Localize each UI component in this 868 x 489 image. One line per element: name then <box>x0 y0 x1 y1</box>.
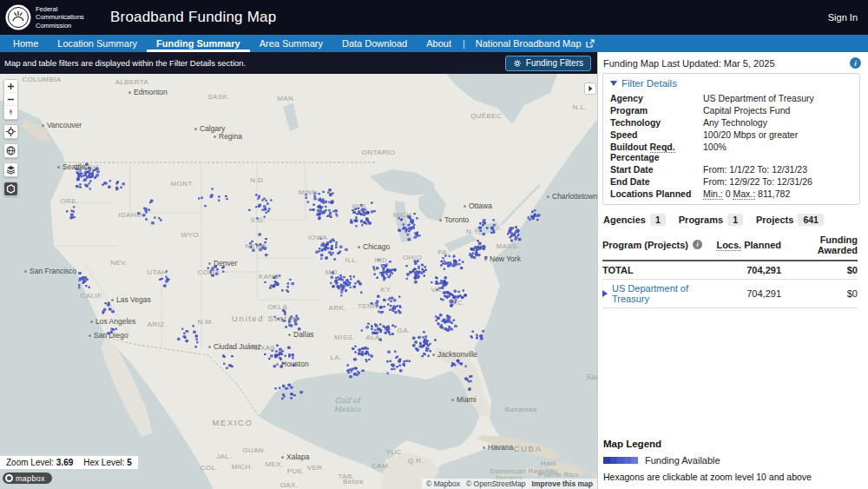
info-icon[interactable]: i <box>693 240 702 249</box>
map-geography <box>0 74 597 489</box>
filter-details-box: Filter Details AgencyUS Department of Tr… <box>602 73 860 205</box>
mapbox-logo-icon <box>5 474 13 482</box>
nav-item-data-download[interactable]: Data Download <box>332 35 417 52</box>
filter-value: US Department of Treasury <box>703 93 852 103</box>
geolocate-icon <box>6 127 16 136</box>
table-body: TOTAL704,291$0US Department of Treasury7… <box>602 261 858 308</box>
table-header-row: Program (Projects) i Locs. Planned Fundi… <box>602 232 858 261</box>
nav-item-area-summary[interactable]: Area Summary <box>250 35 332 52</box>
count-label: Programs <box>679 215 723 225</box>
last-updated-text: Funding Map Last Updated: Mar 5, 2025 <box>603 58 775 69</box>
count-label: Projects <box>756 215 793 225</box>
filter-value: 100/20 Mbps or greater <box>703 129 852 140</box>
globe-icon <box>6 146 16 155</box>
table-row: TOTAL704,291$0 <box>602 261 858 280</box>
panel-collapse-button[interactable] <box>584 83 596 95</box>
main-nav: HomeLocation SummaryFunding SummaryArea … <box>0 35 868 52</box>
external-link-icon <box>586 39 595 48</box>
col-locs-header: Locs. Planned <box>705 240 781 250</box>
col-funding-header: Funding Awarded <box>781 235 858 255</box>
compass-icon <box>7 109 15 116</box>
attribution-osm[interactable]: © OpenStreetMap <box>466 479 526 488</box>
minus-icon <box>7 96 15 103</box>
chevron-down-icon <box>610 81 617 86</box>
filter-label: Buildout Reqd. Percentage <box>610 142 703 163</box>
filter-label: Technology <box>610 117 703 128</box>
filter-value: From: 1/1/22 To: 12/31/23 <box>703 164 852 175</box>
filters-note: Map and table filters are displayed with… <box>4 58 246 68</box>
program-link[interactable]: US Department of Treasury <box>612 283 705 304</box>
filter-value: Min.: 0 Max.: 811,782 <box>703 188 852 199</box>
count-label: Agencies <box>603 215 646 225</box>
legend-title: Map Legend <box>603 439 861 449</box>
filter-label: Locations Planned <box>610 188 703 199</box>
funding-table: Program (Projects) i Locs. Planned Fundi… <box>602 232 858 308</box>
map-legend: Map Legend Funding Available Hexagons ar… <box>598 439 868 489</box>
count-programs: Programs1 <box>679 214 743 226</box>
hexagon-icon <box>6 184 16 194</box>
funding-available-swatch <box>603 457 638 464</box>
improve-map-link[interactable]: Improve this map <box>532 479 593 488</box>
geolocate-button[interactable] <box>4 125 17 138</box>
nav-item-location-summary[interactable]: Location Summary <box>48 35 147 52</box>
filter-value: From: 12/9/22 To: 12/31/26 <box>703 176 852 187</box>
gear-icon <box>513 59 522 68</box>
last-updated-row: Funding Map Last Updated: Mar 5, 2025 i <box>598 52 868 71</box>
chevron-right-icon <box>587 85 594 92</box>
page-title: Broadband Funding Map <box>110 9 276 26</box>
map-controls <box>3 79 18 196</box>
zoom-level-value: 3.69 <box>56 458 73 467</box>
legend-label: Funding Available <box>645 455 720 466</box>
globe-button[interactable] <box>4 144 17 157</box>
filter-label: End Date <box>610 176 703 187</box>
details-panel: Funding Map Last Updated: Mar 5, 2025 i … <box>597 52 868 489</box>
filter-label: Start Date <box>610 164 703 175</box>
table-row[interactable]: US Department of Treasury704,291$0 <box>602 280 858 308</box>
summary-counts: Agencies1Programs1Projects641 <box>603 214 863 226</box>
hex-level-label: Hex Level: <box>83 458 124 467</box>
layers-icon <box>6 165 16 175</box>
nav-item-about[interactable]: About <box>417 35 461 52</box>
count-badge: 1 <box>650 214 666 226</box>
zoom-in-button[interactable] <box>4 80 17 93</box>
zoom-out-button[interactable] <box>4 93 17 106</box>
attribution-mapbox[interactable]: © Mapbox <box>426 479 460 488</box>
filter-value: 100% <box>703 142 852 163</box>
filter-label: Speed <box>610 129 703 140</box>
filter-value: Capital Projects Fund <box>703 105 852 116</box>
expand-caret-icon[interactable] <box>602 290 608 297</box>
agency-name: Federal Communications Commission <box>36 5 100 30</box>
map-attribution: © Mapbox © OpenStreetMap Improve this ma… <box>422 479 597 489</box>
nav-item-funding-summary[interactable]: Funding Summary <box>147 35 250 52</box>
filter-details-toggle[interactable]: Filter Details <box>610 78 852 89</box>
count-badge: 641 <box>798 214 824 226</box>
plus-icon <box>7 83 15 90</box>
map-toolbar: Map and table filters are displayed with… <box>0 52 597 74</box>
col-program-header: Program (Projects) <box>602 240 688 250</box>
fcc-seal-logo <box>5 4 31 30</box>
sign-in-link[interactable]: Sign In <box>828 12 858 23</box>
filter-rows: AgencyUS Department of TreasuryProgramCa… <box>610 93 852 199</box>
zoom-level-bar: Zoom Level: 3.69 Hex Level: 5 <box>0 456 138 469</box>
filter-value: Any Technology <box>703 117 852 128</box>
mapbox-logo[interactable]: mapbox <box>3 472 52 484</box>
app-header: Federal Communications Commission Broadb… <box>0 0 868 35</box>
filter-label: Program <box>610 105 703 116</box>
count-badge: 1 <box>727 214 743 226</box>
funding-map[interactable]: COLUMBIAALBERTASASK.MAN.ONTARIOQUÉBECN.L… <box>0 74 597 489</box>
info-icon[interactable]: i <box>850 57 861 69</box>
nav-item-national-broadband-map[interactable]: National Broadband Map <box>467 35 603 52</box>
count-agencies: Agencies1 <box>603 214 666 226</box>
zoom-level-label: Zoom Level: <box>6 458 54 467</box>
compass-button[interactable] <box>4 106 17 119</box>
nav-item-home[interactable]: Home <box>3 35 48 52</box>
hex-level-value: 5 <box>127 458 132 467</box>
layers-button[interactable] <box>4 163 17 176</box>
funding-filters-button[interactable]: Funding Filters <box>505 56 591 71</box>
nav-divider: | <box>461 35 467 52</box>
legend-note: Hexagons are clickable at zoom level 10 … <box>603 472 861 482</box>
filter-label: Agency <box>610 93 703 103</box>
count-projects: Projects641 <box>756 214 824 226</box>
hex-layer-button[interactable] <box>4 182 17 195</box>
